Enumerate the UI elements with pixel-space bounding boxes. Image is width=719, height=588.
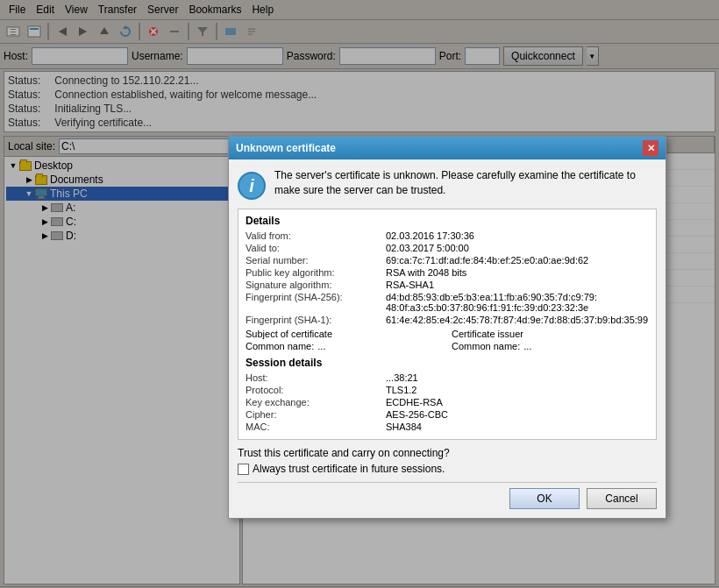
detail-valid-from: Valid from: 02.03.2016 17:30:36	[246, 230, 649, 241]
detail-public-key: Public key algorithm: RSA with 2048 bits	[246, 267, 649, 278]
dialog-message: The server's certificate is unknown. Ple…	[274, 168, 657, 198]
subject-cn-label: Common name:	[246, 341, 314, 351]
details-title: Details	[246, 215, 649, 227]
issuer-label: Certificate issuer	[452, 329, 649, 339]
session-key-exchange: Key exchange: ECDHE-RSA	[246, 397, 649, 407]
session-host: Host: ...38:21	[246, 372, 649, 383]
always-trust-checkbox[interactable]	[238, 464, 249, 475]
issuer-col: Certificate issuer Common name: ...	[452, 329, 649, 351]
session-title: Session details	[246, 357, 649, 369]
session-mac: MAC: SHA384	[246, 422, 649, 432]
subject-issuer-row: Subject of certificate Common name: ... …	[246, 329, 649, 351]
issuer-cn-value: ...	[523, 341, 531, 351]
cancel-button[interactable]: Cancel	[587, 488, 657, 509]
ok-button[interactable]: OK	[509, 488, 580, 509]
info-icon: i	[238, 172, 266, 200]
detail-signature: Signature algorithm: RSA-SHA1	[246, 280, 649, 290]
dialog-details-box: Details Valid from: 02.03.2016 17:30:36 …	[238, 209, 657, 440]
session-protocol: Protocol: TLS1.2	[246, 385, 649, 395]
detail-fingerprint-sha1: Fingerprint (SHA-1): 61:4e:42:85:e4:2c:4…	[246, 315, 649, 325]
detail-valid-to: Valid to: 02.03.2017 5:00:00	[246, 243, 649, 253]
dialog-buttons: OK Cancel	[238, 482, 657, 509]
subject-cn-value: ...	[317, 341, 325, 351]
dialog-body: i The server's certificate is unknown. P…	[229, 159, 666, 518]
trust-section: Trust this certificate and carry on conn…	[238, 447, 657, 475]
always-trust-label: Always trust certificate in future sessi…	[253, 463, 445, 475]
subject-col: Subject of certificate Common name: ...	[246, 329, 443, 351]
trust-question: Trust this certificate and carry on conn…	[238, 447, 657, 459]
dialog-overlay: Unknown certificate ✕ i The server's cer…	[0, 0, 719, 588]
issuer-common-name-row: Common name: ...	[452, 341, 649, 351]
issuer-cn-label: Common name:	[452, 341, 520, 351]
dialog-titlebar: Unknown certificate ✕	[229, 137, 666, 159]
subject-label: Subject of certificate	[246, 329, 443, 339]
dialog-close-button[interactable]: ✕	[643, 140, 658, 156]
session-cipher: Cipher: AES-256-CBC	[246, 409, 649, 420]
dialog-message-row: i The server's certificate is unknown. P…	[238, 168, 657, 200]
unknown-certificate-dialog: Unknown certificate ✕ i The server's cer…	[228, 136, 666, 519]
detail-fingerprint-sha256: Fingerprint (SHA-256): d4:bd:85:93:db:e5…	[246, 292, 649, 313]
subject-common-name-row: Common name: ...	[246, 341, 443, 351]
detail-serial-number: Serial number: 69:ca:7c:71:df:ad:fe:84:4…	[246, 255, 649, 266]
trust-checkbox-row: Always trust certificate in future sessi…	[238, 463, 657, 475]
dialog-title: Unknown certificate	[236, 142, 336, 154]
